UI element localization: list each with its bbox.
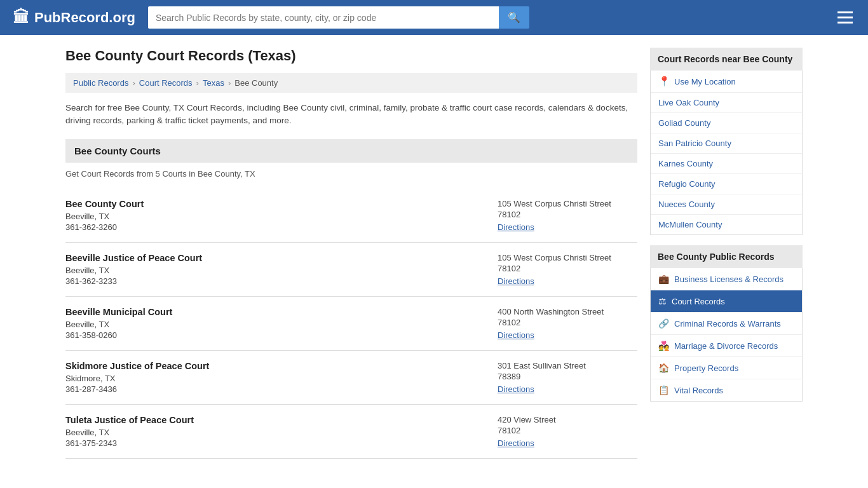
nearby-county-live-oak[interactable]: Live Oak County: [651, 93, 802, 113]
court-right: 420 View Street 78102 Directions: [498, 415, 637, 448]
directions-link[interactable]: Directions: [498, 438, 534, 448]
logo-icon: 🏛: [13, 8, 29, 27]
court-zip: 78389: [498, 372, 637, 381]
nearby-county-san-patricio[interactable]: San Patricio County: [651, 133, 802, 154]
court-phone: 361-362-3233: [65, 276, 202, 286]
search-input[interactable]: [148, 6, 499, 29]
hamburger-menu-button[interactable]: [835, 9, 855, 26]
breadcrumb-court-records[interactable]: Court Records: [139, 78, 193, 88]
courts-section-header: Bee County Courts: [65, 139, 637, 163]
court-zip: 78102: [498, 426, 637, 435]
main-container: Bee County Court Records (Texas) Public …: [53, 35, 815, 471]
sidebar: Court Records near Bee County 📍 Use My L…: [650, 48, 803, 459]
logo-text: PubRecord.org: [34, 10, 135, 26]
court-address: 301 East Sullivan Street: [498, 361, 637, 370]
record-label: Court Records: [672, 297, 725, 306]
use-my-location-item[interactable]: 📍 Use My Location: [651, 71, 802, 93]
breadcrumb-sep-3: ›: [228, 78, 231, 88]
court-name: Tuleta Justice of Peace Court: [65, 415, 194, 425]
court-item: Beeville Municipal Court Beeville, TX 36…: [65, 297, 637, 351]
court-city: Beeville, TX: [65, 212, 144, 221]
court-name: Bee County Court: [65, 199, 144, 209]
record-icon: 💼: [658, 274, 669, 284]
breadcrumb-texas[interactable]: Texas: [203, 78, 224, 88]
record-link[interactable]: Business Licenses & Records: [674, 274, 783, 284]
record-icon: 💑: [658, 341, 669, 351]
record-link[interactable]: Marriage & Divorce Records: [674, 341, 778, 351]
use-my-location-link[interactable]: Use My Location: [674, 77, 736, 86]
sidebar-record-item[interactable]: 🔗 Criminal Records & Warrants: [651, 313, 802, 335]
court-zip: 78102: [498, 210, 637, 219]
courts-list: Bee County Court Beeville, TX 361-362-32…: [65, 189, 637, 459]
court-city: Beeville, TX: [65, 320, 172, 329]
page-title: Bee County Court Records (Texas): [65, 48, 637, 64]
hamburger-line-1: [837, 11, 853, 13]
court-address: 105 West Corpus Christi Street: [498, 253, 637, 262]
court-item: Beeville Justice of Peace Court Beeville…: [65, 243, 637, 297]
court-item: Tuleta Justice of Peace Court Beeville, …: [65, 405, 637, 459]
court-left: Beeville Municipal Court Beeville, TX 36…: [65, 307, 172, 340]
court-city: Beeville, TX: [65, 266, 202, 275]
court-zip: 78102: [498, 264, 637, 273]
search-bar: 🔍: [148, 6, 529, 29]
breadcrumb-public-records[interactable]: Public Records: [73, 78, 128, 88]
breadcrumb-current: Bee County: [234, 78, 278, 88]
nearby-section-title: Court Records near Bee County: [650, 48, 803, 71]
record-link[interactable]: Vital Records: [674, 386, 723, 395]
court-name: Skidmore Justice of Peace Court: [65, 361, 209, 371]
nearby-counties-list: 📍 Use My Location Live Oak County Goliad…: [650, 71, 803, 235]
records-list: 💼 Business Licenses & Records ⚖ Court Re…: [650, 268, 803, 402]
search-button[interactable]: 🔍: [499, 6, 529, 29]
court-phone: 361-287-3436: [65, 384, 209, 394]
breadcrumb: Public Records › Court Records › Texas ›…: [65, 73, 637, 93]
record-icon: 🏠: [658, 363, 669, 373]
sidebar-record-item[interactable]: 💼 Business Licenses & Records: [651, 268, 802, 290]
directions-link[interactable]: Directions: [498, 384, 534, 394]
record-icon: 🔗: [658, 318, 669, 329]
court-phone: 361-358-0260: [65, 330, 172, 340]
court-zip: 78102: [498, 318, 637, 327]
location-icon: 📍: [658, 76, 670, 87]
sidebar-record-item[interactable]: ⚖ Court Records: [651, 290, 802, 313]
court-item: Bee County Court Beeville, TX 361-362-32…: [65, 189, 637, 243]
sidebar-record-item[interactable]: 📋 Vital Records: [651, 379, 802, 401]
nearby-county-goliad[interactable]: Goliad County: [651, 113, 802, 133]
record-link[interactable]: Property Records: [674, 363, 738, 373]
site-header: 🏛 PubRecord.org 🔍: [0, 0, 868, 35]
court-item: Skidmore Justice of Peace Court Skidmore…: [65, 351, 637, 405]
court-city: Beeville, TX: [65, 428, 194, 437]
court-name: Beeville Municipal Court: [65, 307, 172, 317]
court-name: Beeville Justice of Peace Court: [65, 253, 202, 263]
nearby-county-refugio[interactable]: Refugio County: [651, 174, 802, 194]
sidebar-record-item[interactable]: 🏠 Property Records: [651, 357, 802, 379]
court-address: 420 View Street: [498, 415, 637, 424]
page-description: Search for free Bee County, TX Court Rec…: [65, 102, 637, 128]
sidebar-record-item[interactable]: 💑 Marriage & Divorce Records: [651, 335, 802, 357]
record-icon: ⚖: [658, 296, 667, 306]
hamburger-line-2: [837, 17, 853, 18]
court-right: 400 North Washington Street 78102 Direct…: [498, 307, 637, 340]
court-phone: 361-375-2343: [65, 438, 194, 448]
court-right: 301 East Sullivan Street 78389 Direction…: [498, 361, 637, 394]
hamburger-line-3: [837, 22, 853, 24]
nearby-county-mcmullen[interactable]: McMullen County: [651, 215, 802, 234]
court-left: Tuleta Justice of Peace Court Beeville, …: [65, 415, 194, 448]
courts-count: Get Court Records from 5 Courts in Bee C…: [65, 169, 637, 179]
content-area: Bee County Court Records (Texas) Public …: [65, 48, 637, 459]
court-left: Skidmore Justice of Peace Court Skidmore…: [65, 361, 209, 394]
record-icon: 📋: [658, 385, 669, 395]
nearby-county-karnes[interactable]: Karnes County: [651, 154, 802, 174]
record-link[interactable]: Criminal Records & Warrants: [674, 319, 781, 329]
breadcrumb-sep-2: ›: [196, 78, 199, 88]
breadcrumb-sep-1: ›: [132, 78, 135, 88]
court-left: Beeville Justice of Peace Court Beeville…: [65, 253, 202, 286]
directions-link[interactable]: Directions: [498, 276, 534, 286]
court-right: 105 West Corpus Christi Street 78102 Dir…: [498, 253, 637, 286]
site-logo[interactable]: 🏛 PubRecord.org: [13, 8, 135, 27]
court-left: Bee County Court Beeville, TX 361-362-32…: [65, 199, 144, 232]
directions-link[interactable]: Directions: [498, 222, 534, 232]
court-address: 400 North Washington Street: [498, 307, 637, 316]
court-phone: 361-362-3260: [65, 222, 144, 232]
directions-link[interactable]: Directions: [498, 330, 534, 340]
nearby-county-nueces[interactable]: Nueces County: [651, 194, 802, 215]
